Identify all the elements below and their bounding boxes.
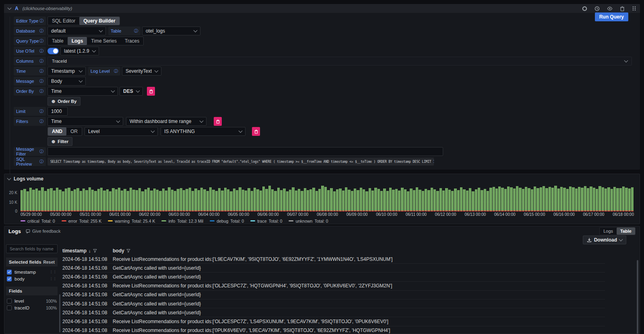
volume-bar [307,190,309,211]
field-percentage: 100% [46,305,57,310]
x-tick: 06/07 00:00 [287,212,308,217]
otel-version-select[interactable]: latest (1.2.9) [60,47,99,55]
filter1-operator-select[interactable]: Within dashboard time range [126,117,206,126]
legend-item-unknown[interactable]: unknownTotal: 0 [289,219,328,223]
filter-funnel-icon[interactable] [93,249,97,253]
legend-item-error[interactable]: errorTotal: 255 K [62,219,102,223]
add-order-by-button[interactable]: ⊕Order By [47,97,80,106]
filter-bool-option-and[interactable]: AND [48,127,66,135]
volume-bar [611,189,613,211]
volume-bar [510,187,512,211]
legend-item-warning[interactable]: warningTotal: 25.4 K [108,219,155,223]
database-label: Databaseⓘ [14,27,46,35]
give-feedback-link[interactable]: Give feedback [26,229,60,234]
editor-type-option-sql-editor[interactable]: SQL Editor [48,17,79,25]
remove-filter1-button[interactable] [214,117,222,126]
checkbox-unchecked[interactable] [7,299,12,303]
info-icon: ⓘ [39,58,43,64]
volume-bar [103,191,105,211]
filter-bool-option-or[interactable]: OR [66,127,82,135]
columns-multiselect[interactable]: TraceId [47,57,632,66]
legend-item-debug[interactable]: debugTotal: 0 [210,219,244,223]
filters-label: Filtersⓘ [14,117,46,126]
timestamp-column-header[interactable]: timestamp ↓ [62,248,113,254]
drag-handle-icon[interactable] [632,6,636,11]
legend-item-info[interactable]: infoTotal: 12.3 Mil [161,219,203,223]
logs-table: timestamp ↓ body 2024-06-18 14:51:08Rece… [62,236,605,334]
logs-table-rows: 2024-06-18 14:51:08Receive ListRecommend… [62,255,605,334]
chevron-down-icon [92,48,96,52]
message-column-select[interactable]: Body [47,77,86,86]
hide-response-eye-icon[interactable] [607,6,613,11]
volume-bar [575,189,578,211]
checkbox-checked[interactable] [7,277,12,281]
logs-body: Selected fields Reset timestamp⋮⋮body⋮⋮ … [4,236,640,334]
legend-item-trace[interactable]: traceTotal: 0 [250,219,282,223]
database-select[interactable]: default [47,27,106,35]
volume-bar [260,191,262,211]
query-type-option-table[interactable]: Table [48,37,68,45]
body-column-header[interactable]: body [113,248,605,254]
checkbox-checked[interactable] [7,270,12,275]
volume-bar [97,189,100,211]
x-tick: 05/31 00:00 [80,212,101,217]
volume-bar [380,191,383,211]
logs-table-scrollbar[interactable] [637,260,638,334]
reset-fields-button[interactable]: Reset [43,260,55,264]
add-filter-button[interactable]: ⊕Filter [47,137,72,146]
checkbox-unchecked[interactable] [7,305,12,310]
drag-handle-icon[interactable]: ⋮⋮ [50,278,57,280]
legend-series-total: Total: 255 K [79,219,101,223]
volume-bar [587,188,589,211]
collapse-chevron-icon[interactable] [8,6,12,10]
query-type-option-logs[interactable]: Logs [68,37,87,45]
volume-bar [398,191,400,212]
volume-bar [144,189,147,211]
remove-filter2-button[interactable] [252,127,260,136]
volume-bar [445,188,448,211]
volume-bar [457,190,460,211]
message-filter-input[interactable] [47,147,443,156]
collapse-chevron-icon[interactable] [7,176,11,180]
search-fields-input[interactable] [6,244,58,253]
filter1-field-select[interactable]: Time [47,117,123,126]
sort-desc-icon[interactable]: ↓ [89,248,91,253]
volume-bar [481,190,483,211]
run-query-button[interactable]: Run Query [595,12,628,21]
view-toggle-option-logs[interactable]: Logs [600,227,617,235]
volume-bar [203,189,206,211]
chevron-down-icon [194,28,198,32]
history-icon[interactable] [594,6,600,11]
query-type-option-time-series[interactable]: Time Series [87,37,121,45]
legend-item-critical[interactable]: criticalTotal: 0 [21,219,55,223]
volume-bar [130,188,132,212]
view-toggle-option-table[interactable]: Table [617,227,635,235]
volume-bar [369,188,371,211]
volume-bar [327,190,330,211]
limit-input[interactable] [47,107,68,116]
order-by-field-select[interactable]: Time [47,87,118,96]
filter-funnel-icon[interactable] [126,249,130,253]
logs-table-view-toggle: LogsTable [599,227,636,235]
help-icon[interactable] [582,6,587,11]
use-otel-toggle[interactable] [47,48,59,54]
query-type-option-traces[interactable]: Traces [121,37,143,45]
sidebar-scrollbar[interactable] [59,294,60,332]
volume-bar [440,188,442,211]
filter2-operator-select[interactable]: IS ANYTHING [161,127,246,136]
info-icon: ⓘ [39,48,43,54]
time-column-select[interactable]: Timestamp [47,67,86,76]
table-select[interactable]: otel_logs [142,27,200,35]
drag-handle-icon[interactable]: ⋮⋮ [50,271,57,273]
volume-bar [531,189,533,212]
volume-bar [174,191,176,211]
log-level-select[interactable]: SeverityText [122,67,161,76]
volume-bar [469,188,471,211]
remove-query-trash-icon[interactable] [620,6,625,11]
editor-type-option-query-builder[interactable]: Query Builder [79,17,119,25]
x-tick: 06/04 00:00 [198,212,220,217]
order-by-direction-select[interactable]: DESC [120,87,143,96]
remove-order-by-button[interactable] [147,87,155,96]
volume-bar [38,191,41,211]
filter2-field-select[interactable]: Level [85,127,158,136]
